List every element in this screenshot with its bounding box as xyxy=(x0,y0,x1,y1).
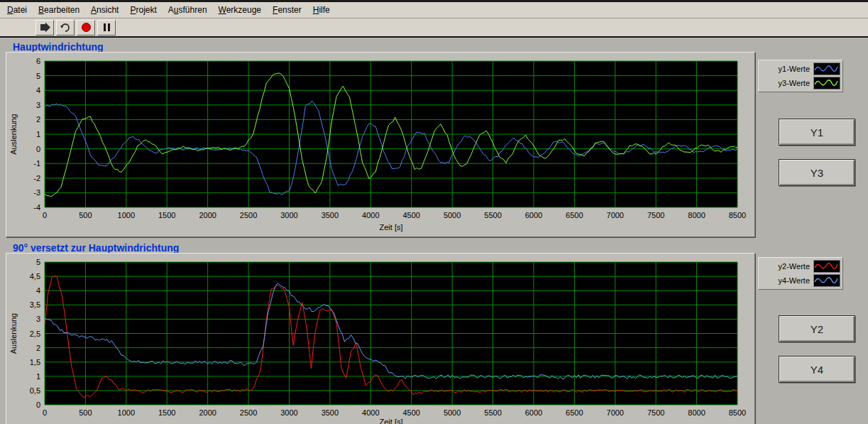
legend-line-sample[interactable] xyxy=(813,260,840,273)
svg-text:Zeit [s]: Zeit [s] xyxy=(379,418,402,424)
run-button[interactable] xyxy=(35,20,54,36)
chart-1-title: Hauptwindrichtung xyxy=(13,41,104,53)
legend-line-sample[interactable] xyxy=(813,77,840,89)
svg-text:7500: 7500 xyxy=(647,408,664,417)
menubar: DateiBearbeitenAnsichtProjektAusführenWe… xyxy=(0,0,868,18)
menu-item-ansicht[interactable]: Ansicht xyxy=(85,3,124,17)
waveform-chart-1: 6543210-1-2-3-40500100015002000250030003… xyxy=(6,52,755,237)
svg-text:4000: 4000 xyxy=(362,211,379,219)
svg-text:1000: 1000 xyxy=(118,211,135,219)
svg-text:2500: 2500 xyxy=(240,211,257,219)
svg-text:8000: 8000 xyxy=(688,408,705,417)
abort-button[interactable] xyxy=(77,20,95,36)
svg-text:-2: -2 xyxy=(33,174,40,183)
svg-text:-1: -1 xyxy=(33,159,40,168)
y1-button-label: Y1 xyxy=(811,126,823,138)
svg-text:4500: 4500 xyxy=(402,408,419,417)
menu-item-hilfe[interactable]: Hilfe xyxy=(307,3,336,17)
svg-text:5000: 5000 xyxy=(444,408,461,417)
menu-item-projekt[interactable]: Projekt xyxy=(124,3,162,17)
svg-text:500: 500 xyxy=(79,408,92,417)
legend-item-y3[interactable]: y3-Werte xyxy=(761,76,840,90)
svg-text:3: 3 xyxy=(36,315,40,323)
run-icon xyxy=(39,22,51,33)
svg-text:3500: 3500 xyxy=(322,211,339,219)
svg-text:Auslenkung: Auslenkung xyxy=(9,114,18,155)
svg-text:0: 0 xyxy=(43,408,47,417)
svg-text:2: 2 xyxy=(36,344,40,352)
svg-text:5500: 5500 xyxy=(484,211,501,219)
svg-text:Zeit [s]: Zeit [s] xyxy=(379,223,402,232)
svg-text:0: 0 xyxy=(36,401,40,409)
svg-text:3000: 3000 xyxy=(280,211,297,219)
legend-line-sample[interactable] xyxy=(813,274,840,287)
svg-text:5000: 5000 xyxy=(444,211,461,219)
svg-text:3500: 3500 xyxy=(322,408,339,417)
svg-text:8500: 8500 xyxy=(729,408,746,417)
labview-front-panel: DateiBearbeitenAnsichtProjektAusführenWe… xyxy=(0,0,868,424)
y4-button[interactable]: Y4 xyxy=(779,356,855,383)
svg-text:4: 4 xyxy=(36,86,40,94)
waveform-chart-2: 54,543,532,521,510,500500100015002000250… xyxy=(6,253,755,424)
y4-button-label: Y4 xyxy=(811,364,823,376)
svg-text:8000: 8000 xyxy=(688,211,705,219)
abort-icon xyxy=(82,23,91,32)
pause-icon xyxy=(104,23,110,31)
svg-text:1500: 1500 xyxy=(158,408,175,417)
svg-text:1,5: 1,5 xyxy=(30,358,40,366)
svg-text:4,5: 4,5 xyxy=(30,272,40,281)
svg-text:1500: 1500 xyxy=(158,211,175,219)
svg-text:5: 5 xyxy=(36,258,40,266)
y3-button[interactable]: Y3 xyxy=(779,159,855,186)
svg-text:2: 2 xyxy=(36,115,40,124)
run-continuous-button[interactable] xyxy=(56,20,75,36)
svg-text:6: 6 xyxy=(36,57,40,65)
menu-item-werkzeuge[interactable]: Werkzeuge xyxy=(213,3,267,17)
legend-line-sample[interactable] xyxy=(813,62,840,75)
toolbar xyxy=(0,18,868,38)
legend-label: y4-Werte xyxy=(779,276,810,285)
svg-text:2000: 2000 xyxy=(199,211,216,219)
legend-label: y2-Werte xyxy=(779,262,810,271)
svg-text:0,5: 0,5 xyxy=(30,386,40,395)
svg-text:2,5: 2,5 xyxy=(30,330,40,338)
svg-text:-4: -4 xyxy=(33,203,40,212)
legend-label: y3-Werte xyxy=(779,79,810,87)
svg-text:3: 3 xyxy=(36,101,40,109)
svg-text:0: 0 xyxy=(36,145,40,153)
svg-text:6000: 6000 xyxy=(525,408,542,417)
chart-2-legend: y2-Werte y4-Werte xyxy=(758,257,843,290)
menu-item-datei[interactable]: Datei xyxy=(1,3,33,17)
svg-text:0: 0 xyxy=(43,211,47,219)
svg-text:-3: -3 xyxy=(33,188,40,197)
waveform-chart-1-plot: 6543210-1-2-3-40500100015002000250030003… xyxy=(6,53,754,236)
svg-text:5: 5 xyxy=(36,72,40,80)
menu-item-bearbeiten[interactable]: Bearbeiten xyxy=(33,3,85,17)
svg-text:6500: 6500 xyxy=(566,211,583,219)
chart-1-legend: y1-Werte y3-Werte xyxy=(758,60,843,92)
svg-text:Auslenkung: Auslenkung xyxy=(9,313,18,354)
legend-label: y1-Werte xyxy=(779,65,810,73)
svg-text:2000: 2000 xyxy=(199,408,216,417)
menu-item-fenster[interactable]: Fenster xyxy=(267,3,307,17)
svg-text:7500: 7500 xyxy=(647,211,664,219)
y2-button[interactable]: Y2 xyxy=(779,315,855,342)
svg-text:6500: 6500 xyxy=(566,408,583,417)
svg-text:6000: 6000 xyxy=(525,211,542,219)
svg-text:2500: 2500 xyxy=(240,408,257,417)
svg-text:1: 1 xyxy=(36,372,40,381)
pause-button[interactable] xyxy=(97,20,116,36)
svg-text:4: 4 xyxy=(36,286,40,295)
svg-text:1: 1 xyxy=(36,130,40,138)
legend-item-y1[interactable]: y1-Werte xyxy=(761,62,840,76)
svg-text:8500: 8500 xyxy=(729,211,746,219)
legend-item-y2[interactable]: y2-Werte xyxy=(761,259,840,273)
run-continuous-icon xyxy=(60,22,71,33)
svg-text:7000: 7000 xyxy=(607,211,624,219)
svg-text:5500: 5500 xyxy=(484,408,501,417)
y3-button-label: Y3 xyxy=(811,167,823,179)
menu-item-ausfhren[interactable]: Ausführen xyxy=(163,3,213,17)
waveform-chart-2-plot: 54,543,532,521,510,500500100015002000250… xyxy=(6,254,754,424)
legend-item-y4[interactable]: y4-Werte xyxy=(761,273,840,288)
y1-button[interactable]: Y1 xyxy=(779,119,855,146)
